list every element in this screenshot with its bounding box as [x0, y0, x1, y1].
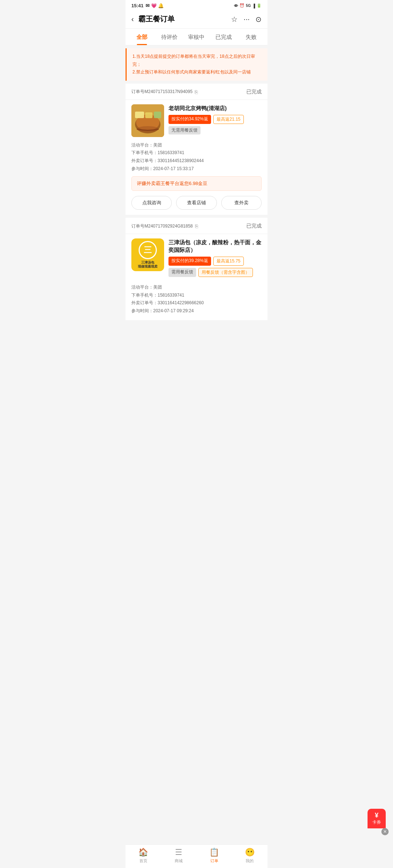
time: 15:41	[131, 3, 143, 8]
restaurant-details-2: 三津汤包（凉皮，酸辣粉，热干面，金奕国际店） 按实付的39.28%返 最高返15…	[168, 238, 262, 279]
favorite-icon[interactable]: ☆	[231, 15, 238, 24]
header: ‹ 霸王餐订单 ☆ ··· ⊙	[126, 10, 267, 29]
action-buttons-1: 点我咨询 查看店铺 查外卖	[131, 196, 262, 210]
order-delivery-no-1: 外卖订单号：3301164451238902444	[131, 157, 262, 165]
divider-2	[126, 234, 267, 234]
eye-icon: 👁	[234, 4, 238, 8]
status-bar: 15:41 ✉ 💗 🔔 👁 ⏰ 5G ▐ 🔋	[126, 0, 267, 10]
tag-max-return-1: 最高返21.15	[213, 115, 244, 124]
order-status-2: 已完成	[246, 223, 262, 229]
restaurant-row-1: 老胡同北京烤鸭(清湖店) 按实付的34.92%返 最高返21.15 无需用餐反馈	[131, 104, 262, 137]
notice-line1: 1.当天18点提前提交的订单都将在当天审完，18点之后的次日审完；	[132, 53, 262, 68]
svg-rect-5	[154, 112, 161, 118]
order-card-2: 订单号M240717092924G81858 ⎘ 已完成 三 三津汤包现做现蒸现…	[126, 218, 267, 320]
order-card-1: 订单号M240717153317N94095 ⎘ 已完成	[126, 84, 267, 215]
tab-completed[interactable]: 已完成	[210, 29, 237, 45]
tag-row-2b: 需用餐反馈 用餐反馈（需含字含图）	[168, 268, 262, 277]
battery-icon: 🔋	[257, 3, 262, 8]
logo-circle-2: 三	[139, 241, 157, 259]
tag-row-1a: 按实付的34.92%返 最高返21.15	[168, 115, 262, 124]
back-button[interactable]: ‹	[131, 15, 134, 23]
tabs-bar: 全部 待评价 审核中 已完成 失败	[126, 29, 267, 45]
order-header-2: 订单号M240717092924G81858 ⎘ 已完成	[131, 223, 262, 229]
order-phone-1: 下单手机号：15816339741	[131, 149, 262, 157]
tab-failed[interactable]: 失败	[237, 29, 265, 45]
order-info-1: 活动平台：美团 下单手机号：15816339741 外卖订单号：33011644…	[131, 141, 262, 173]
tag-no-feedback-1: 无需用餐反馈	[168, 126, 201, 134]
svg-point-6	[137, 126, 159, 132]
status-right: 👁 ⏰ 5G ▐ 🔋	[234, 3, 262, 8]
order-time-1: 参与时间：2024-07-17 15:33:17	[131, 165, 262, 173]
notice-line2: 2.禁止预订单和以任何形式向商家索要返利/红包以及同一店铺	[132, 68, 262, 76]
order-time-2: 参与时间：2024-07-17 09:29:24	[131, 307, 262, 315]
order-no-2: 订单号M240717092924G81858 ⎘	[131, 223, 198, 229]
signal-bars-icon: ▐	[252, 4, 255, 8]
restaurant-image-2: 三 三津汤包现做现蒸现卖	[131, 238, 164, 271]
order-platform-2: 活动平台：美团	[131, 284, 262, 292]
more-icon[interactable]: ···	[243, 15, 250, 23]
order-phone-2: 下单手机号：15816339741	[131, 292, 262, 300]
order-status-1: 已完成	[246, 89, 262, 95]
food-image-svg-1	[131, 104, 164, 137]
tag-row-2a: 按实付的39.28%返 最高返15.75	[168, 257, 262, 266]
tag-cashback-rate-1: 按实付的34.92%返	[168, 115, 211, 124]
page-title: 霸王餐订单	[138, 14, 175, 24]
tag-row-1b: 无需用餐反馈	[168, 126, 262, 134]
notice-banner: 1.当天18点提前提交的订单都将在当天审完，18点之后的次日审完； 2.禁止预订…	[126, 48, 267, 81]
header-right: ☆ ··· ⊙	[231, 15, 262, 24]
status-icons: ✉ 💗 🔔	[146, 3, 164, 8]
tab-reviewing[interactable]: 审核中	[183, 29, 210, 45]
tag-need-feedback-2: 需用餐反馈	[168, 268, 196, 277]
view-store-button-1[interactable]: 查看店铺	[176, 196, 217, 210]
view-delivery-button-1[interactable]: 查外卖	[221, 196, 262, 210]
copy-icon-2[interactable]: ⎘	[195, 223, 198, 229]
tag-cashback-rate-2: 按实付的39.28%返	[168, 257, 211, 266]
restaurant-image-1	[131, 104, 164, 137]
restaurant-row-2: 三 三津汤包现做现蒸现卖 三津汤包（凉皮，酸辣粉，热干面，金奕国际店） 按实付的…	[131, 238, 262, 279]
reward-notice-1: 评赚外卖霸王餐平台返您6.98金豆	[131, 176, 262, 191]
tag-max-return-2: 最高返15.75	[213, 257, 244, 266]
logo-text-2: 三津汤包现做现蒸现卖	[138, 261, 158, 269]
status-left: 15:41 ✉ 💗 🔔	[131, 3, 164, 8]
restaurant-details-1: 老胡同北京烤鸭(清湖店) 按实付的34.92%返 最高返21.15 无需用餐反馈	[168, 104, 262, 137]
divider-1	[126, 100, 267, 100]
signal-icon: 5G	[246, 4, 251, 8]
order-delivery-no-2: 外卖订单号：3301164142298666260	[131, 299, 262, 307]
order-no-1: 订单号M240717153317N94095 ⎘	[131, 89, 198, 95]
consult-button-1[interactable]: 点我咨询	[131, 196, 172, 210]
tab-all[interactable]: 全部	[128, 29, 156, 45]
main-content: 1.当天18点提前提交的订单都将在当天审完，18点之后的次日审完； 2.禁止预订…	[126, 48, 267, 349]
order-header-1: 订单号M240717153317N94095 ⎘ 已完成	[131, 89, 262, 95]
order-platform-1: 活动平台：美团	[131, 141, 262, 149]
restaurant-name-2: 三津汤包（凉皮，酸辣粉，热干面，金奕国际店）	[168, 238, 262, 254]
tab-pending-review[interactable]: 待评价	[156, 29, 183, 45]
record-icon[interactable]: ⊙	[255, 15, 262, 24]
svg-rect-3	[135, 112, 144, 118]
restaurant-name-1: 老胡同北京烤鸭(清湖店)	[168, 104, 262, 112]
alarm-icon: ⏰	[239, 3, 245, 8]
header-left: ‹ 霸王餐订单	[131, 14, 175, 24]
svg-rect-4	[145, 112, 152, 118]
tag-feedback-detail-2: 用餐反馈（需含字含图）	[198, 268, 253, 277]
copy-icon-1[interactable]: ⎘	[195, 89, 198, 95]
order-info-2: 活动平台：美团 下单手机号：15816339741 外卖订单号：33011641…	[131, 284, 262, 315]
